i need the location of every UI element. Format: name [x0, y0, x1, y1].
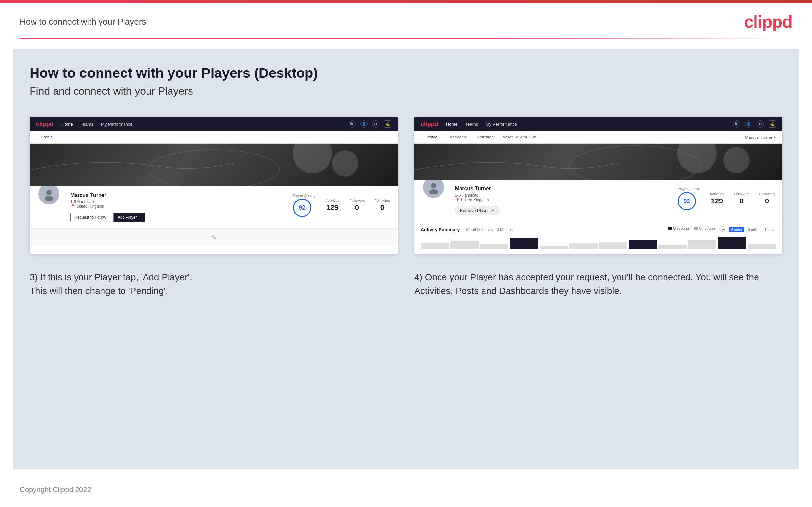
- bar-12: [748, 244, 776, 249]
- flag-icon[interactable]: ⛳: [384, 120, 391, 128]
- screenshot1-nav-performance[interactable]: My Performance: [101, 122, 133, 127]
- screenshot1-scroll: ✎: [30, 228, 398, 246]
- screenshot2-nav-home[interactable]: Home: [446, 122, 458, 127]
- tab-what-to-work-on[interactable]: What To Work On: [498, 131, 541, 144]
- remove-player-button[interactable]: Remove Player ✕: [455, 206, 500, 215]
- tab-profile-2[interactable]: Profile: [421, 131, 442, 144]
- bar-6: [569, 243, 598, 249]
- activity-summary-area: Activity Summary Monthly Activity · 6 Mo…: [414, 222, 782, 254]
- screenshot1-stats: Player Quality 92 Activities 129 Followe…: [293, 193, 390, 217]
- tab-activities[interactable]: Activities: [472, 131, 498, 144]
- screenshot2-nav-icons: 🔍 👤 ⚙ ⛳: [733, 120, 776, 128]
- bar-8: [629, 239, 657, 249]
- close-icon: ✕: [491, 208, 495, 213]
- stat-quality-2: Player Quality 92: [678, 187, 700, 210]
- add-player-button[interactable]: Add Player +: [113, 213, 145, 222]
- stat-activities-2: Activities 129: [710, 192, 724, 206]
- bar-5: [540, 246, 568, 249]
- settings-icon-2[interactable]: ⚙: [757, 120, 764, 128]
- legend-on-course: On course: [668, 226, 690, 230]
- svg-point-3: [570, 146, 701, 180]
- bar-10: [688, 240, 716, 249]
- quality-score: 92: [293, 199, 311, 217]
- request-follow-button[interactable]: Request to Follow: [70, 213, 110, 222]
- time-filters: On course Off course 1 yr 6 mths 3 mths …: [668, 226, 776, 233]
- screenshot2-stats: Player Quality 92 Activities 129 Followe…: [678, 187, 774, 210]
- screenshot1-profile: Marcus Turner 1-5 Handicap 📍 United King…: [30, 186, 398, 228]
- search-icon-2[interactable]: 🔍: [733, 120, 741, 128]
- screenshot1-action-btns: Request to Follow Add Player +: [70, 213, 283, 222]
- filter-3mths[interactable]: 3 mths: [745, 227, 761, 232]
- description-2: 4) Once your Player has accepted your re…: [414, 270, 782, 298]
- screenshot2-action-btns: Remove Player ✕: [455, 206, 668, 215]
- screenshot1-location: 📍 United Kingdom: [70, 204, 283, 209]
- bar-9: [658, 245, 687, 249]
- activity-summary-title: Activity Summary: [421, 227, 460, 232]
- legend-dot-off: [695, 227, 698, 230]
- svg-point-0: [148, 150, 280, 186]
- screenshot1-tabs: Profile: [30, 131, 398, 144]
- screenshot2-nav-performance[interactable]: My Performance: [486, 122, 517, 127]
- svg-point-2: [45, 196, 53, 201]
- stat-following: Following 0: [375, 199, 390, 212]
- search-icon[interactable]: 🔍: [349, 120, 356, 128]
- svg-point-1: [46, 190, 52, 195]
- page-title: How to connect with your Players (Deskto…: [30, 65, 782, 81]
- screenshot2-tabs: Profile Dashboard Activities What To Wor…: [414, 131, 782, 144]
- screenshot2-logo: clippd: [421, 121, 438, 128]
- user-icon[interactable]: 👤: [360, 120, 367, 128]
- screenshot1-player-info: Marcus Turner 1-5 Handicap 📍 United King…: [70, 192, 283, 222]
- filter-1mth[interactable]: 1 mth: [762, 227, 776, 232]
- quality-score-2: 92: [678, 192, 696, 210]
- bar-7: [599, 242, 627, 249]
- screenshot2-handicap: 1-5 Handicap: [455, 193, 668, 198]
- description-1-text: 3) If this is your Player tap, 'Add Play…: [30, 270, 398, 298]
- screenshot-2: clippd Home Teams My Performance 🔍 👤 ⚙ ⛳…: [414, 117, 782, 254]
- stat-followers: Followers 0: [349, 199, 365, 212]
- settings-icon[interactable]: ⚙: [372, 120, 379, 128]
- screenshot2-banner: [414, 144, 782, 180]
- screenshot2-navbar: clippd Home Teams My Performance 🔍 👤 ⚙ ⛳: [414, 117, 782, 131]
- page-footer: Copyright Clippd 2022: [0, 479, 812, 500]
- main-content-area: How to connect with your Players (Deskto…: [13, 49, 799, 469]
- bar-11: [718, 237, 746, 249]
- screenshot1-logo: clippd: [36, 121, 54, 128]
- activity-summary-subtitle: Monthly Activity · 6 Months: [466, 227, 513, 232]
- screenshot1-navbar: clippd Home Teams My Performance 🔍 👤 ⚙ ⛳: [30, 117, 398, 131]
- screenshot1-nav-teams[interactable]: Teams: [81, 122, 93, 127]
- scroll-icon: ✎: [211, 233, 217, 242]
- screenshot2-player-name: Marcus Turner: [455, 186, 668, 192]
- breadcrumb: How to connect with your Players: [20, 17, 146, 27]
- legend-dot-on: [668, 227, 672, 230]
- screenshot1-nav-home[interactable]: Home: [61, 122, 73, 127]
- screenshot1-handicap: 1-5 Handicap: [70, 200, 283, 204]
- page-header: How to connect with your Players clippd: [0, 3, 812, 39]
- location-icon-2: 📍: [455, 198, 460, 202]
- tab-profile[interactable]: Profile: [36, 131, 57, 144]
- screenshot2-nav-teams[interactable]: Teams: [465, 122, 478, 127]
- screenshot1-nav-icons: 🔍 👤 ⚙ ⛳: [349, 120, 391, 128]
- location-icon: 📍: [70, 204, 75, 209]
- bar-4: [510, 238, 538, 249]
- screenshot1-banner: [30, 144, 398, 186]
- screenshot2-location: 📍 United Kingdom: [455, 198, 668, 202]
- screenshot-1: clippd Home Teams My Performance 🔍 👤 ⚙ ⛳…: [30, 117, 398, 254]
- descriptions-row: 3) If this is your Player tap, 'Add Play…: [30, 270, 782, 298]
- svg-point-5: [429, 189, 438, 194]
- bar-1: [421, 243, 449, 249]
- bar-2: [450, 241, 478, 249]
- header-divider: [20, 39, 792, 39]
- flag-icon-2[interactable]: ⛳: [769, 120, 776, 128]
- activity-header: Activity Summary Monthly Activity · 6 Mo…: [421, 226, 776, 233]
- user-dropdown[interactable]: Marcus Turner ▾: [745, 131, 776, 144]
- top-accent-bar: [0, 0, 812, 3]
- description-2-text: 4) Once your Player has accepted your re…: [414, 270, 782, 298]
- screenshot2-profile: Marcus Turner 1-5 Handicap 📍 United King…: [414, 180, 782, 222]
- filter-6mths[interactable]: 6 mths: [728, 227, 744, 232]
- bar-3: [480, 244, 508, 249]
- user-icon-2[interactable]: 👤: [745, 120, 752, 128]
- activity-chart: [421, 236, 776, 249]
- copyright-text: Copyright Clippd 2022: [20, 485, 91, 494]
- tab-dashboard[interactable]: Dashboard: [442, 131, 472, 144]
- filter-1yr[interactable]: 1 yr: [717, 227, 727, 232]
